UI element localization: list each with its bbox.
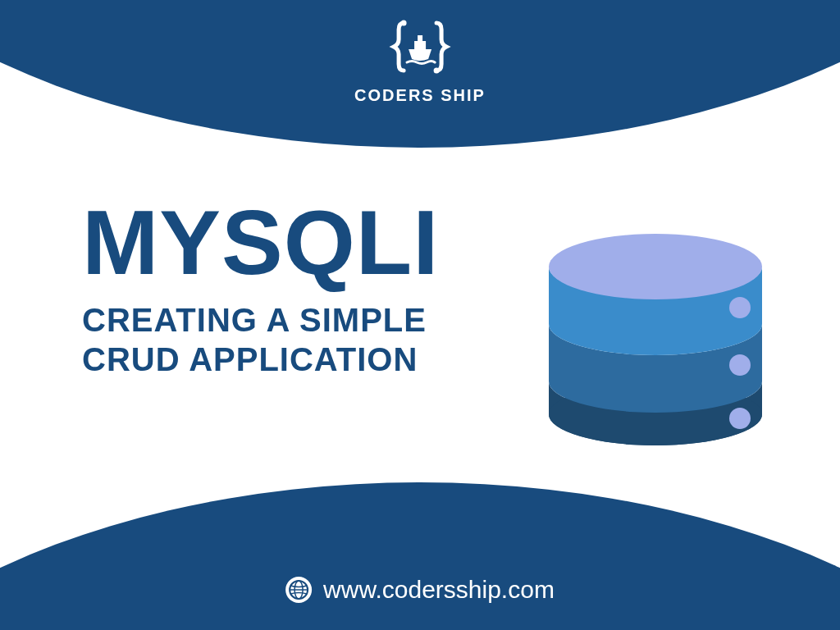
globe-icon <box>285 577 312 603</box>
website-url: www.codersship.com <box>323 576 555 604</box>
svg-rect-3 <box>418 35 422 42</box>
main-content: MYSQLI CREATING A SIMPLE CRUD APPLICATIO… <box>82 197 439 379</box>
bottom-arc <box>0 482 840 630</box>
database-icon <box>541 201 770 447</box>
svg-point-6 <box>729 297 751 318</box>
svg-point-7 <box>729 354 751 376</box>
svg-point-8 <box>729 408 751 429</box>
svg-point-1 <box>434 68 440 74</box>
page-title: MYSQLI <box>82 197 439 289</box>
svg-point-0 <box>401 21 407 26</box>
subtitle-line1: CREATING A SIMPLE <box>82 300 439 340</box>
footer: www.codersship.com <box>285 576 555 604</box>
logo: CODERS SHIP <box>354 16 486 105</box>
subtitle-line2: CRUD APPLICATION <box>82 340 439 379</box>
svg-rect-2 <box>414 41 426 50</box>
brand-name: CODERS SHIP <box>354 86 486 105</box>
ship-logo-icon <box>387 16 453 81</box>
svg-point-5 <box>549 234 762 299</box>
